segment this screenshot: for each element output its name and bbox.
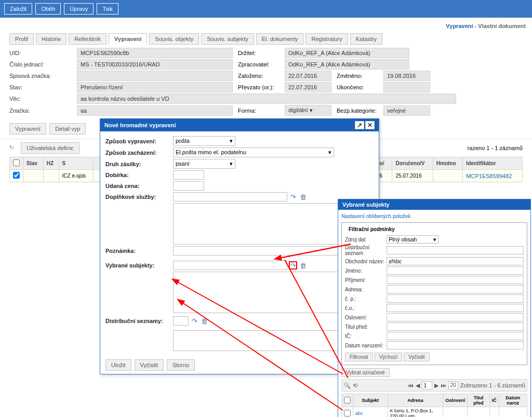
- subjekt-link[interactable]: abc: [355, 411, 363, 416]
- refresh-icon[interactable]: ↻: [9, 144, 17, 152]
- tab-historie[interactable]: Historie: [36, 33, 66, 45]
- col-subjekt[interactable]: Subjekt: [353, 394, 388, 407]
- col-ic[interactable]: IČ: [489, 394, 499, 407]
- zpusob-zachazeni-select[interactable]: El.pošta mimo el. podatelnu ▾: [173, 147, 334, 157]
- select-all-checkbox[interactable]: [13, 159, 20, 166]
- detail-vypraveni-button[interactable]: Detail vyp: [49, 123, 86, 134]
- stav-label: Stav:: [9, 84, 77, 90]
- jmeno-input[interactable]: [387, 266, 524, 275]
- ulozit-button[interactable]: Uložit: [105, 359, 131, 371]
- next-page-icon[interactable]: ▶: [434, 382, 438, 389]
- col-stav[interactable]: Stav: [23, 157, 44, 170]
- vypraveni-button[interactable]: Vypravení: [9, 123, 46, 134]
- first-page-icon[interactable]: ⏮: [408, 382, 414, 388]
- row-checkbox[interactable]: [13, 172, 20, 179]
- zalozeno-label: Založeno:: [233, 73, 285, 79]
- title-main: Vypravení: [446, 23, 473, 29]
- zpusob-zachazeni-label: Způsob zacházení:: [105, 150, 173, 156]
- cp-input[interactable]: [387, 294, 524, 303]
- prevzato-label: Převzato (or.):: [233, 84, 285, 90]
- page-input[interactable]: [422, 381, 432, 389]
- vybrane-subjekty-input[interactable]: [173, 261, 287, 270]
- forma-value[interactable]: digitální ▾: [285, 105, 331, 116]
- sz-value: [77, 71, 233, 81]
- col-titul[interactable]: Titul před: [468, 394, 489, 407]
- tab-katastry[interactable]: Katastry: [350, 33, 382, 45]
- reset-icon[interactable]: ⟲: [353, 382, 357, 389]
- tab-souvis-objekty[interactable]: Souvis. objekty: [149, 33, 199, 45]
- table-row[interactable]: abcK lomu 1, P.O.Box 1, 220 00 Lom: [342, 407, 527, 418]
- search-icon[interactable]: 🔍: [343, 382, 351, 389]
- doplnkove-sluzby-input[interactable]: [173, 192, 287, 201]
- adresa-input[interactable]: [387, 285, 524, 293]
- tab-profil[interactable]: Profil: [9, 33, 34, 45]
- forma-label: Forma:: [233, 107, 285, 114]
- filtrovat-button[interactable]: Filtrovat: [345, 353, 373, 361]
- storno-button[interactable]: Storno: [167, 359, 195, 371]
- druh-zasilky-select[interactable]: psaní ▾: [173, 159, 235, 169]
- tab-vypraveni[interactable]: Vypravení: [109, 33, 147, 45]
- upravy-button[interactable]: Úpravy: [64, 3, 94, 15]
- col-adresa[interactable]: Adresa: [388, 394, 443, 407]
- poznamka-input[interactable]: [173, 246, 360, 255]
- col-identifikator[interactable]: Identifikátor: [463, 157, 523, 170]
- ic-input[interactable]: [387, 332, 524, 340]
- dist-seznam-label: Distribuční seznam: [345, 245, 387, 256]
- vycistit-filter-button[interactable]: Vyčistit: [404, 353, 429, 361]
- subjekty-table: Subjekt Adresa Oslovení Titul před IČ Da…: [341, 394, 527, 417]
- last-page-icon[interactable]: ⏭: [441, 382, 446, 388]
- obchodni-nazev-input[interactable]: [387, 257, 524, 265]
- zdroj-dat-select[interactable]: Plný obsah ▾: [387, 235, 438, 244]
- dobirka-input[interactable]: [173, 170, 204, 180]
- prijmeni-input[interactable]: [387, 276, 524, 284]
- col-s[interactable]: S: [59, 157, 93, 170]
- distribucni-seznamy-input[interactable]: [173, 316, 189, 326]
- obeh-button[interactable]: Oběh: [35, 3, 61, 15]
- ukonceno-value: [383, 82, 430, 92]
- col-hz[interactable]: HZ: [43, 157, 59, 170]
- vycistit-button[interactable]: Vyčistit: [135, 359, 164, 371]
- co-input[interactable]: [387, 304, 524, 312]
- tisk-button[interactable]: Tisk: [97, 3, 118, 15]
- uzivatelska-definice-button[interactable]: Uživatelská definic: [21, 142, 79, 154]
- tab-referatnik[interactable]: Referátník: [69, 33, 107, 45]
- zpusob-vypraveni-select[interactable]: pošta ▾: [173, 136, 235, 146]
- select-all-checkbox[interactable]: [344, 397, 351, 403]
- udana-cena-input[interactable]: [173, 181, 204, 191]
- distribucni-seznamy-textarea[interactable]: [173, 330, 350, 351]
- row-doruceno: 25.07.2016: [392, 170, 433, 182]
- znacka-label: Značka:: [9, 107, 77, 114]
- cj-label: Číslo jednací:: [9, 61, 77, 68]
- tab-souvis-subjekty[interactable]: Souvis. subjekty: [201, 33, 254, 45]
- col-osloveni[interactable]: Oslovení: [443, 394, 468, 407]
- tab-el-dokumenty[interactable]: El. dokumenty: [256, 33, 304, 45]
- vybrane-subjekty-dialog: Vybrané subjekty Nastavení oblíbených po…: [338, 199, 531, 417]
- row-checkbox[interactable]: [344, 410, 351, 416]
- prev-page-icon[interactable]: ◀: [416, 382, 420, 389]
- titul-pred-input[interactable]: [387, 322, 524, 331]
- tab-registratury[interactable]: Registratury: [305, 33, 348, 45]
- vychozi-button[interactable]: Výchozí: [375, 353, 403, 361]
- row-id-link[interactable]: MCP1ES8599482: [466, 173, 512, 179]
- trash-icon[interactable]: 🗑: [299, 193, 307, 201]
- nastaveni-oblibenych-link[interactable]: Nastavení oblíbených položek: [341, 213, 410, 219]
- vybrane-subjekty-textarea[interactable]: [173, 272, 350, 313]
- pagesize-select[interactable]: 20: [448, 381, 458, 389]
- col-hmotnost[interactable]: Hmotno: [433, 157, 463, 170]
- dist-seznam-input[interactable]: [387, 246, 524, 254]
- trash-icon[interactable]: 🗑: [200, 317, 208, 325]
- osloveni-input[interactable]: [387, 313, 524, 321]
- col-datum-naroz[interactable]: Datum naroz: [499, 394, 527, 407]
- arrow-icon[interactable]: ↷: [190, 317, 198, 325]
- vybrat-oznacene-button[interactable]: Vybrat označené: [341, 368, 390, 377]
- subjekty-picker-icon[interactable]: ↷: [289, 261, 297, 270]
- datum-narozeni-input[interactable]: [387, 341, 524, 349]
- doplnkove-sluzby-textarea[interactable]: [173, 203, 350, 245]
- col-doruceno[interactable]: Doručeno/V: [392, 157, 433, 170]
- arrow-icon[interactable]: ↷: [289, 193, 297, 201]
- close-icon[interactable]: ✕: [365, 121, 375, 129]
- trash-icon[interactable]: 🗑: [299, 261, 307, 270]
- osloveni-label: Oslovení:: [345, 315, 387, 320]
- popout-icon[interactable]: ↗: [355, 121, 364, 129]
- zalozit-button[interactable]: Založit: [4, 3, 32, 15]
